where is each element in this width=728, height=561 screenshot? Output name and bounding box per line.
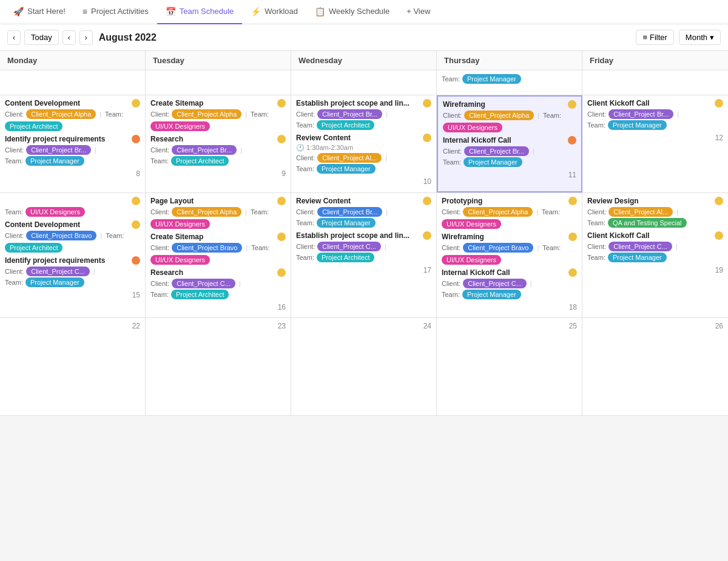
team-tag: Project Architect [171,156,229,166]
prev-nav-button[interactable]: ‹ [62,30,76,45]
calendar: Monday Tuesday Wednesday Thursday Friday… [0,51,728,416]
week-row-3: 22 23 24 25 26 [0,318,728,416]
event-dot [277,233,286,241]
start-icon: 🚀 [13,7,24,16]
next-nav-button[interactable]: › [79,30,93,45]
list-icon: ≡ [83,7,87,16]
event-title: Create Sitemap [150,233,277,241]
event-dot [277,268,286,277]
team-tag: UI/UX Designers [150,121,210,131]
prev-period-button[interactable]: ‹ [7,30,21,45]
partial-week-row: Team: Project Manager [0,70,728,95]
chevron-down-icon: ▾ [710,33,714,42]
tab-weekly-schedule[interactable]: 📋 Weekly Schedule [306,0,398,24]
event-establish-scope-2: Establish project scope and lin... Clien… [296,231,431,262]
event-title: Research [150,268,277,277]
event-research-1: Research Client: Client_Project Br... | … [150,135,286,166]
event-title: Client Kickoff Call [587,99,715,107]
day-cell-22: 22 [0,318,146,415]
toolbar-left: ‹ Today ‹ › August 2022 [7,30,157,45]
event-prototyping: Prototyping Client: Client_Project Alpha… [442,197,577,229]
month-view-button[interactable]: Month ▾ [679,30,721,45]
client-tag: Client_Project C... [463,279,527,288]
tab-workload[interactable]: ⚡ Workload [242,0,306,24]
weekly-icon: 📋 [315,7,325,16]
client-tag: Client_Project C... [172,279,235,288]
event-dot [423,99,431,107]
day-number-19: 19 [587,266,723,274]
day-cell-24: 24 [291,318,437,415]
partial-cell-mon [0,70,146,95]
event-dot [568,197,577,205]
tab-team-schedule[interactable]: 📅 Team Schedule [157,0,243,24]
client-tag: Client_Project Bravo [463,243,533,253]
team-tag: UI/UX Designers [443,123,502,132]
team-tag: UI/UX Designers [442,255,501,265]
day-cell-23: 23 [146,318,291,415]
client-tag: Client_Project Br... [464,146,529,156]
event-dot [423,134,431,142]
event-dot [715,99,723,107]
toolbar: ‹ Today ‹ › August 2022 ≡ Filter Month ▾ [0,24,728,51]
event-title: Wireframing [442,233,568,241]
col-header-thursday: Thursday [437,51,582,70]
event-title: Client Kickoff Call [587,231,715,240]
calendar-header: Monday Tuesday Wednesday Thursday Friday [0,51,728,70]
day-cell-15: Team: UI/UX Designers Content Developmen… [0,193,146,318]
today-button[interactable]: Today [24,30,59,45]
team-tag: Project Architect [5,243,62,253]
team-tag: Project Manager [317,218,376,228]
client-tag: Client_Project Al... [317,153,382,163]
day-number-12: 12 [587,134,723,142]
day-number-17: 17 [296,266,431,274]
client-tag: Client_Project Alpha [172,109,241,119]
event-identify-req-1: Identify project requirements Client: Cl… [5,135,140,166]
client-tag: Client_Project Alpha [26,109,96,119]
client-tag: Client_Project Alpha [464,110,534,120]
tab-start-here[interactable]: 🚀 Start Here! [5,0,74,24]
event-research-2: Research Client: Client_Project C... | T… [150,268,286,299]
day-cell-9: Create Sitemap Client: Client_Project Al… [146,95,291,192]
client-tag: Client_Project Al... [608,207,673,217]
event-title: Research [150,135,277,143]
team-tag: Project Architect [5,121,62,131]
team-tag: Project Manager [25,156,84,166]
event-wireframing-2: Wireframing Client: Client_Project Bravo… [442,233,577,265]
team-tag: UI/UX Designers [25,207,85,217]
col-header-friday: Friday [582,51,728,70]
team-tag: Project Manager [462,74,521,84]
tab-project-activities[interactable]: ≡ Project Activities [74,0,157,24]
event-internal-kickoff-1: Internal Kickoff Call Client: Client_Pro… [443,136,576,167]
event-internal-kickoff-2: Internal Kickoff Call Client: Client_Pro… [442,268,577,299]
event-title: Identify project requirements [5,135,132,143]
team-tag: Project Architect [317,253,374,262]
client-tag: Client_Project C... [317,242,381,251]
client-tag: Client_Project Br... [26,145,91,155]
day-number-9: 9 [150,169,286,178]
client-tag: Client_Project Br... [317,207,382,217]
client-tag: Client_Project Alpha [463,207,533,217]
day-cell-8: Content Development Client: Client_Proje… [0,95,146,192]
day-number-18: 18 [442,303,577,311]
day-number-25: 25 [442,322,577,330]
event-dot [132,135,140,143]
week-row-1: Content Development Client: Client_Proje… [0,95,728,193]
client-tag: Client_Project Alpha [172,207,241,217]
event-title: Establish project scope and lin... [296,99,423,107]
client-tag: Client_Project Br... [608,109,673,119]
event-dot [568,268,577,277]
event-title: Content Development [5,99,132,107]
team-tag: Project Manager [317,164,376,174]
tab-view[interactable]: + View [398,0,439,24]
filter-button[interactable]: ≡ Filter [636,30,673,45]
event-dot [277,99,286,107]
team-tag: Project Manager [463,157,522,167]
filter-icon: ≡ [642,33,647,42]
event-dot [132,197,140,205]
event-client-kickoff-1: Client Kickoff Call Client: Client_Proje… [587,99,723,130]
event-title: Prototyping [442,197,568,205]
client-tag: Client_Project Br... [317,109,382,119]
event-wireframing-1: Wireframing Client: Client_Project Alpha… [443,100,576,132]
event-title: Create Sitemap [150,99,277,107]
col-header-monday: Monday [0,51,146,70]
